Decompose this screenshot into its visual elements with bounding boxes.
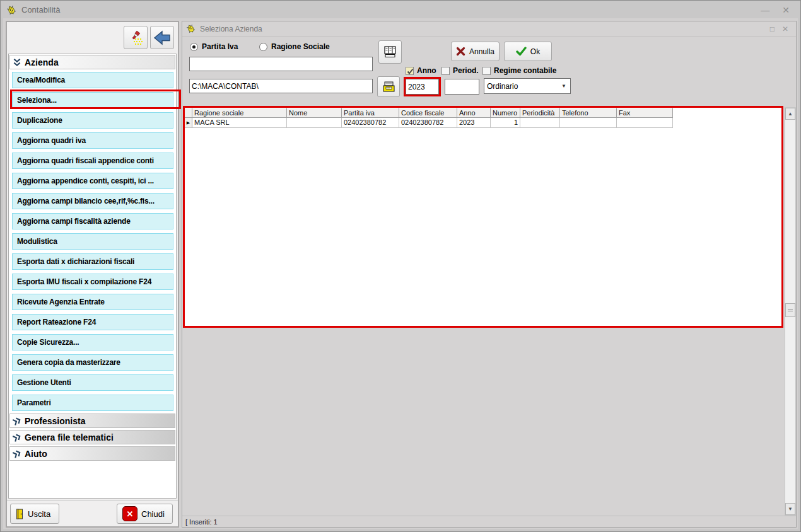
anno-input[interactable] <box>406 79 439 95</box>
ok-check-icon <box>516 47 527 56</box>
radio-ragione-sociale[interactable]: Ragione Sociale <box>259 42 330 51</box>
checkbox-label: Regime contabile <box>494 66 556 75</box>
close-icon[interactable]: ✕ <box>782 25 788 33</box>
section-header-professionista[interactable]: Professionista <box>9 413 175 428</box>
chiudi-button[interactable]: ✕ Chiudi <box>117 504 173 524</box>
menu-item-aggiorna-quadri-iva[interactable]: Aggiorna quadri iva <box>12 132 173 149</box>
regime-contabile-dropdown[interactable]: Ordinario ▼ <box>484 78 571 94</box>
app-bug-icon <box>6 5 17 15</box>
section-header-azienda[interactable]: Azienda <box>9 55 175 69</box>
column-header[interactable]: Codice fiscale <box>399 108 457 118</box>
column-header[interactable]: Ragione sociale <box>192 108 287 118</box>
ok-button[interactable]: Ok <box>504 42 552 61</box>
maximize-icon[interactable]: □ <box>770 25 775 33</box>
section-header-genera-file-telematici[interactable]: Genera file telematici <box>9 430 175 444</box>
sidebar-footer: Uscita ✕ Chiudi <box>7 500 178 526</box>
section-header-aiuto[interactable]: Aiuto <box>9 446 175 461</box>
radio-label: Ragione Sociale <box>271 42 330 51</box>
cancel-x-icon <box>456 47 465 56</box>
minimize-icon[interactable]: — <box>761 5 769 15</box>
chevron-double-right-icon <box>11 415 23 427</box>
company-table: Ragione sociale Nome Partita iva Codice … <box>185 108 673 128</box>
close-red-icon: ✕ <box>122 506 137 521</box>
column-header[interactable]: Nome <box>287 108 342 118</box>
row-indicator-icon: ▶ <box>185 118 192 128</box>
column-header[interactable]: Numero <box>491 108 520 118</box>
table-row[interactable]: ▶ MACA SRL 02402380782 02402380782 2023 … <box>185 118 673 128</box>
sidebar-toolbar <box>7 22 178 52</box>
chevron-double-right-icon <box>11 448 23 460</box>
torch-icon <box>127 30 144 46</box>
main-titlebar: Contabilità — ✕ <box>1 1 800 18</box>
path-input[interactable] <box>189 79 373 93</box>
menu-item-crea-modifica[interactable]: Crea/Modifica <box>12 72 173 88</box>
cell-codice-fiscale: 02402380782 <box>399 118 457 128</box>
checkbox-period[interactable]: Period. <box>441 66 479 75</box>
chiudi-label: Chiudi <box>141 509 165 519</box>
menu-item-aggiorna-campi-bilancio[interactable]: Aggiorna campi bilancio cee,rif,%c.fis..… <box>12 193 173 209</box>
cell-numero: 1 <box>491 118 520 128</box>
back-arrow-icon <box>153 30 171 45</box>
checkbox-label: Anno <box>417 66 436 75</box>
cell-partita-iva: 02402380782 <box>342 118 399 128</box>
menu-item-copie-sicurezza[interactable]: Copie Sicurezza... <box>12 334 173 350</box>
back-button[interactable] <box>150 26 174 49</box>
scrollbar-thumb[interactable] <box>785 303 795 317</box>
radio-partita-iva[interactable]: Partita Iva <box>190 42 238 51</box>
checkbox-box <box>406 67 414 75</box>
scroll-down-icon[interactable]: ▼ <box>785 503 795 515</box>
column-header[interactable]: Anno <box>457 108 491 118</box>
search-input[interactable] <box>189 57 373 71</box>
annulla-label: Annulla <box>469 47 494 56</box>
menu-item-aggiorna-quadri-fiscali[interactable]: Aggiorna quadri fiscali appendice conti <box>12 153 173 169</box>
section-label: Genera file telematici <box>25 432 114 442</box>
column-header[interactable]: Telefono <box>560 108 617 118</box>
chevron-down-icon: ▼ <box>561 83 570 89</box>
cell-fax <box>617 118 673 128</box>
chevron-double-down-icon <box>13 58 21 67</box>
close-icon[interactable]: ✕ <box>782 5 790 15</box>
column-header[interactable]: Fax <box>617 108 673 118</box>
menu-item-esporta-imu[interactable]: Esporta IMU fiscali x compilazione F24 <box>12 274 173 290</box>
checkbox-anno[interactable]: Anno <box>406 66 436 75</box>
print-list-button[interactable] <box>378 40 402 64</box>
menu-item-gestione-utenti[interactable]: Gestione Utenti <box>12 374 173 391</box>
vertical-scrollbar[interactable]: ▲ ▼ <box>785 107 796 516</box>
cell-nome <box>287 118 342 128</box>
menu-item-parametri[interactable]: Parametri <box>12 395 173 411</box>
cell-periodicita <box>520 118 560 128</box>
column-header[interactable]: Periodicità <box>520 108 560 118</box>
menu-item-aggiorna-campi-fiscalita[interactable]: Aggiorna campi fiscalità aziende <box>12 213 173 229</box>
browse-archive-button[interactable] <box>377 76 400 97</box>
menu-item-ricevute-agenzia[interactable]: Ricevute Agenzia Entrate <box>12 294 173 310</box>
scroll-up-icon[interactable]: ▲ <box>785 108 795 120</box>
section-label: Aiuto <box>25 449 47 459</box>
menu-item-modulistica[interactable]: Modulistica <box>12 233 173 250</box>
menu-item-seleziona[interactable]: Seleziona... <box>12 92 173 108</box>
radio-circle <box>190 43 198 51</box>
table-header-row: Ragione sociale Nome Partita iva Codice … <box>185 108 673 118</box>
checkbox-label: Period. <box>453 66 479 75</box>
column-header[interactable]: Partita iva <box>342 108 399 118</box>
cell-ragione-sociale: MACA SRL <box>192 118 287 128</box>
uscita-button[interactable]: Uscita <box>10 504 59 524</box>
app-window: Contabilità — ✕ <box>0 0 801 532</box>
period-input[interactable] <box>445 79 479 95</box>
annulla-button[interactable]: Annulla <box>451 42 500 61</box>
menu-item-duplicazione[interactable]: Duplicazione <box>12 112 173 129</box>
company-grid-annotation: Ragione sociale Nome Partita iva Codice … <box>183 106 783 328</box>
archive-drawer-icon <box>382 81 395 93</box>
dialog-titlebar: Seleziona Azienda □ ✕ <box>182 21 796 37</box>
exit-door-icon <box>16 509 24 519</box>
dialog-bug-icon <box>186 24 196 33</box>
section-label: Azienda <box>25 57 59 67</box>
menu-item-esporta-dati[interactable]: Esporta dati x dichiarazioni fiscali <box>12 253 173 270</box>
menu-item-aggiorna-appendice[interactable]: Aggiorna appendice conti, cespiti, ici .… <box>12 173 173 189</box>
checkbox-regime-contabile[interactable]: Regime contabile <box>482 66 556 75</box>
chevron-double-right-icon <box>11 431 23 443</box>
menu-item-report-rateazione[interactable]: Report Rateazione F24 <box>12 314 173 330</box>
menu-item-genera-copia[interactable]: Genera copia da masterizzare <box>12 354 173 371</box>
sidebar-menu: Azienda Crea/Modifica Seleziona... Dupli… <box>8 54 177 499</box>
search-torch-button[interactable] <box>124 26 148 49</box>
cell-telefono <box>560 118 617 128</box>
